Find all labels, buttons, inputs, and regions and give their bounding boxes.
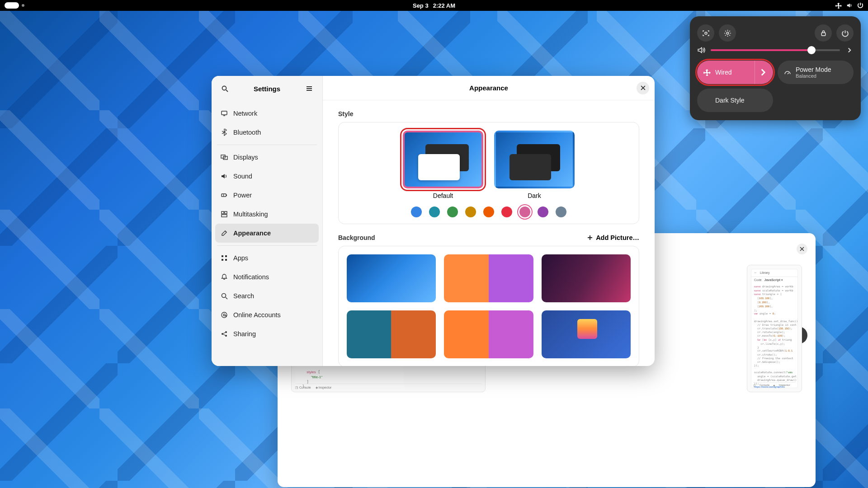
- power-icon: [841, 29, 849, 37]
- at-icon: [221, 311, 228, 319]
- svg-rect-10: [222, 211, 224, 214]
- sidebar-item-sharing[interactable]: Sharing: [215, 324, 319, 343]
- lock-icon: [820, 29, 827, 37]
- sidebar-item-appearance[interactable]: Appearance: [215, 224, 319, 243]
- accent-blue[interactable]: [411, 206, 422, 217]
- qs-settings-button[interactable]: [719, 24, 736, 42]
- activities-button[interactable]: [5, 2, 19, 9]
- sidebar-title: Settings: [236, 85, 298, 93]
- volume-icon: [697, 46, 705, 54]
- svg-rect-11: [225, 211, 227, 214]
- style-card: Default Dark: [338, 122, 639, 224]
- style-thumb-dark: [494, 131, 575, 188]
- svg-point-23: [705, 32, 707, 34]
- displays-icon: [221, 154, 228, 161]
- plus-icon: [587, 235, 593, 241]
- background-item-6[interactable]: [542, 310, 631, 358]
- svg-point-22: [225, 335, 227, 337]
- accent-red[interactable]: [501, 206, 512, 217]
- multitasking-icon: [221, 211, 228, 218]
- qs-power-button[interactable]: [836, 24, 854, 42]
- qs-wired-button[interactable]: Wired: [697, 61, 773, 84]
- svg-rect-25: [821, 33, 826, 35]
- accent-color-row: [348, 206, 630, 217]
- software-close-button[interactable]: [797, 244, 807, 254]
- top-time: 2:22 AM: [433, 2, 455, 9]
- svg-point-17: [222, 294, 226, 298]
- svg-point-18: [222, 312, 227, 318]
- hamburger-icon: [306, 85, 313, 92]
- screenshot-2[interactable]: ← Library Code JavaScript ▾ const drawin…: [747, 265, 802, 392]
- background-item-5[interactable]: [444, 310, 533, 358]
- sidebar-item-bluetooth[interactable]: Bluetooth: [215, 123, 319, 142]
- add-picture-button[interactable]: Add Picture…: [587, 234, 639, 241]
- settings-content: Appearance Style Default Dark: [323, 76, 655, 366]
- battery-icon: [221, 192, 228, 199]
- sidebar-search-button[interactable]: [218, 82, 231, 95]
- sidebar-item-displays[interactable]: Displays: [215, 148, 319, 167]
- network-icon: [835, 2, 842, 9]
- top-bar: Sep 3 2:22 AM: [0, 0, 868, 11]
- appearance-icon: [221, 230, 228, 237]
- workspace-dot: [22, 4, 24, 7]
- background-item-1[interactable]: [347, 254, 436, 302]
- gauge-icon: [784, 69, 791, 76]
- bluetooth-icon: [221, 129, 228, 136]
- volume-slider[interactable]: [711, 49, 840, 51]
- search-icon: [221, 85, 228, 92]
- svg-rect-9: [226, 195, 227, 196]
- power-icon: [857, 2, 863, 9]
- sidebar-item-notifications[interactable]: Notifications: [215, 267, 319, 286]
- gear-icon: [724, 29, 731, 37]
- sidebar-item-power[interactable]: Power: [215, 186, 319, 205]
- svg-point-20: [222, 333, 223, 335]
- svg-rect-16: [225, 259, 227, 261]
- style-thumb-default: [403, 131, 483, 188]
- svg-point-24: [726, 32, 729, 34]
- sidebar-item-apps[interactable]: Apps: [215, 249, 319, 267]
- accent-pink[interactable]: [519, 206, 530, 217]
- qs-wired-expand[interactable]: [755, 61, 767, 84]
- accent-purple[interactable]: [538, 206, 548, 217]
- sidebar-list: Network Bluetooth Displays Sound Power M…: [212, 101, 322, 346]
- sidebar-item-network[interactable]: Network: [215, 104, 319, 123]
- sidebar-menu-button[interactable]: [302, 82, 316, 95]
- sidebar-item-multitasking[interactable]: Multitasking: [215, 205, 319, 224]
- qs-screenshot-button[interactable]: [697, 24, 714, 42]
- sidebar-header: Settings: [212, 76, 322, 101]
- background-item-4[interactable]: [347, 310, 436, 358]
- settings-close-button[interactable]: [637, 82, 649, 94]
- sidebar-item-sound[interactable]: Sound: [215, 167, 319, 186]
- accent-teal[interactable]: [429, 206, 440, 217]
- svg-point-19: [223, 314, 225, 316]
- bell-icon: [221, 273, 228, 281]
- close-icon: [641, 85, 646, 90]
- settings-sidebar: Settings Network Bluetooth Displays Soun…: [212, 76, 323, 366]
- clock[interactable]: Sep 3 2:22 AM: [413, 2, 455, 9]
- accent-orange[interactable]: [483, 206, 494, 217]
- qs-volume-row: [697, 46, 854, 54]
- style-option-dark[interactable]: Dark: [494, 131, 575, 199]
- accent-slate[interactable]: [556, 206, 566, 217]
- svg-rect-5: [222, 111, 227, 115]
- status-area[interactable]: [835, 2, 863, 9]
- display-icon: [221, 110, 228, 117]
- sidebar-item-search[interactable]: Search: [215, 286, 319, 305]
- quick-settings-panel: Wired Power ModeBalanced Dark Style: [690, 16, 861, 120]
- background-item-3[interactable]: [542, 254, 631, 302]
- apps-icon: [221, 254, 228, 262]
- chevron-right-icon[interactable]: [845, 46, 854, 54]
- content-title: Appearance: [469, 84, 508, 92]
- accent-yellow[interactable]: [465, 206, 476, 217]
- accent-green[interactable]: [447, 206, 458, 217]
- sidebar-item-online-accounts[interactable]: Online Accounts: [215, 305, 319, 324]
- screenshot-2-inner: ← Library Code JavaScript ▾ const drawin…: [751, 269, 798, 388]
- qs-power-mode-button[interactable]: Power ModeBalanced: [778, 61, 854, 84]
- qs-dark-style-button[interactable]: Dark Style: [697, 89, 773, 112]
- style-option-default[interactable]: Default: [403, 131, 483, 199]
- wired-icon: [703, 69, 711, 76]
- qs-lock-button[interactable]: [815, 24, 832, 42]
- moon-icon: [703, 97, 711, 104]
- svg-point-21: [225, 331, 227, 333]
- background-item-2[interactable]: [444, 254, 533, 302]
